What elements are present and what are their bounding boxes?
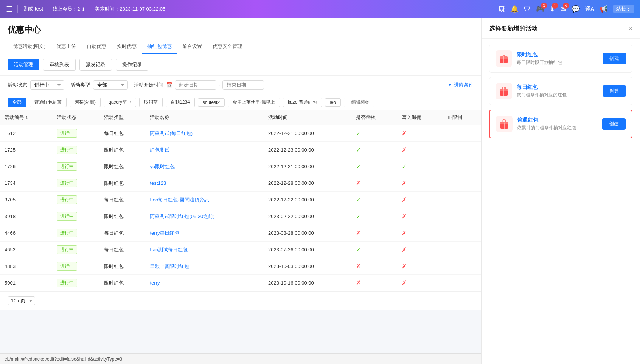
tag-kaze[interactable]: kaze 普通红包 xyxy=(283,98,322,107)
card-desc-putong: 依累计的门槛条件抽对应红包 xyxy=(517,125,598,131)
table-row: 4652 进行中 每日红包 han测试每日红包 2023-07-26 00:00… xyxy=(0,242,481,258)
activity-card-putong[interactable]: 普通红包 依累计的门槛条件抽对应红包 创建 xyxy=(489,110,632,138)
end-date-input[interactable] xyxy=(222,80,264,90)
bell-nav-icon[interactable]: 🔔 xyxy=(510,5,519,13)
panel-header: 选择要新增的活动 × xyxy=(482,18,640,39)
tab-zidong-youhui[interactable]: 自动优惠 xyxy=(81,40,112,54)
distribute-record-button[interactable]: 派发记录 xyxy=(79,59,112,71)
cell-audit: ✗ xyxy=(351,225,398,242)
operation-record-button[interactable]: 操作纪录 xyxy=(116,59,148,71)
col-type: 活动类型 xyxy=(99,110,146,125)
tag-zidong1234[interactable]: 自動1234 xyxy=(166,98,195,107)
tag-shutest2[interactable]: shutest2 xyxy=(198,98,225,107)
tab-chuhongbao-youhui[interactable]: 抽红包优惠 xyxy=(142,40,177,54)
tab-anquan-guanli[interactable]: 优惠安全管理 xyxy=(207,40,247,54)
tag-amouge[interactable]: 阿某(勿删) xyxy=(70,98,101,107)
review-list-button[interactable]: 审核列表 xyxy=(43,59,76,71)
tag-leo[interactable]: leo xyxy=(325,98,341,107)
activity-manage-button[interactable]: 活动管理 xyxy=(8,59,39,70)
panel-body: 限时红包 每日限时段开放抽红包 创建 xyxy=(482,39,640,364)
tag-all[interactable]: 全部 xyxy=(8,98,26,107)
cell-name[interactable]: test123 xyxy=(145,175,264,192)
cell-rebate: ✗ xyxy=(397,275,443,291)
col-time: 活动时间 xyxy=(264,110,351,125)
table-row: 3705 进行中 每日红包 Leo每日红包-醫閩渡頂資訊 2022-12-22 … xyxy=(0,192,481,208)
filter-row: 活动状态 进行中 未开始 已结束 全部 活动类型 全部 限时红包 每日红包 普通… xyxy=(0,76,481,94)
create-meiri-button[interactable]: 创建 xyxy=(603,85,626,97)
activity-card-meiri[interactable]: 每日红包 依门槛条件抽对应的红包 创建 xyxy=(489,77,632,105)
cell-name[interactable]: Leo每日红包-醫閩渡頂資訊 xyxy=(145,192,264,208)
advanced-filter-button[interactable]: ▼ 进阶条件 xyxy=(447,82,474,88)
create-putong-button[interactable]: 创建 xyxy=(602,118,626,130)
speaker-nav-icon[interactable]: 📢 xyxy=(600,5,608,13)
translate-nav-icon[interactable]: 译A xyxy=(585,6,594,12)
chat-nav-icon[interactable]: 💬 xyxy=(572,5,580,13)
cell-ip xyxy=(443,208,481,225)
cell-type: 每日红包 xyxy=(99,225,146,242)
tag-jinli[interactable]: 金里上落使用-儒里上 xyxy=(228,98,280,107)
date-range: 📅 - xyxy=(166,80,264,90)
cell-audit: ✓ xyxy=(351,242,398,258)
tag-quxiaocao[interactable]: 取消草 xyxy=(139,98,163,107)
current-time: 美东时间：2023-11-07 03:22:05 xyxy=(95,6,165,12)
calendar-icon: 📅 xyxy=(166,82,172,88)
cell-status: 进行中 xyxy=(52,208,99,225)
mail-nav-icon[interactable]: ✉ N xyxy=(561,5,566,13)
cell-audit: ✗ xyxy=(351,258,398,275)
time-filter: 活动开始时间 📅 - xyxy=(134,80,264,90)
cell-name[interactable]: 红包测试 xyxy=(145,142,264,158)
online-count: 线上会员：2 ⬇ xyxy=(53,6,85,12)
status-filter-label: 活动状态 xyxy=(8,82,27,88)
photo-nav-icon[interactable]: 🖼 xyxy=(498,5,505,13)
cell-id: 3705 xyxy=(0,192,52,208)
cell-name[interactable]: 里歇上普限时红包 xyxy=(145,258,264,275)
cell-audit: ✗ xyxy=(351,175,398,192)
tab-youhui-tuwhen[interactable]: 优惠活动(图文) xyxy=(8,40,51,54)
cell-name[interactable]: 阿黛测试限时红包(05:30之前) xyxy=(145,208,264,225)
cell-type: 限时红包 xyxy=(99,275,146,291)
activity-table-wrap: 活动编号 ↕ 活动状态 活动类型 活动名称 活动时间 是否稽核 写入退佣 IP限… xyxy=(0,110,481,291)
cell-name[interactable]: terry xyxy=(145,275,264,291)
cell-status: 进行中 xyxy=(52,125,99,142)
page-size-select[interactable]: 10 / 页 20 / 页 50 / 页 xyxy=(8,296,35,305)
start-date-input[interactable] xyxy=(175,80,216,90)
cell-name[interactable]: yu限时红包 xyxy=(145,158,264,175)
toolbar: 活动管理 审核列表 派发记录 操作纪录 xyxy=(0,54,481,76)
tab-qiantai-shezhi[interactable]: 前台设置 xyxy=(177,40,207,54)
col-name: 活动名称 xyxy=(145,110,264,125)
table-row: 1726 进行中 限时红包 yu限时红包 2022-12-21 00:00:00… xyxy=(0,158,481,175)
tab-shishi-youhui[interactable]: 实时优惠 xyxy=(112,40,142,54)
type-filter: 活动类型 全部 限时红包 每日红包 普通红包 xyxy=(70,80,128,90)
cell-type: 每日红包 xyxy=(99,125,146,142)
gamepad-nav-icon[interactable]: 🎮 3 xyxy=(536,5,544,13)
cell-name[interactable]: terry每日红包 xyxy=(145,225,264,242)
cell-time: 2022-12-21 00:00:00 xyxy=(264,125,351,142)
menu-icon[interactable]: ☰ xyxy=(6,5,13,14)
panel-close-button[interactable]: × xyxy=(628,25,632,33)
statusbar-url: eb/main/#/redpacket/edit?edit=false&hall… xyxy=(5,356,122,362)
type-filter-select[interactable]: 全部 限时红包 每日红包 普通红包 xyxy=(93,80,128,90)
cell-type: 每日红包 xyxy=(99,192,146,208)
tag-edit-button[interactable]: +编辑标签 xyxy=(344,98,374,107)
cell-time: 2023-07-26 00:00:00 xyxy=(264,242,351,258)
panel-title: 选择要新增的活动 xyxy=(489,25,537,33)
card-icon-putong xyxy=(496,116,513,132)
download-arrow[interactable]: ⬇ xyxy=(81,6,85,12)
create-xiandshi-button[interactable]: 创建 xyxy=(603,53,626,64)
tag-putong-fengding[interactable]: 普通红包封顶 xyxy=(30,98,67,107)
pagination: 10 / 页 20 / 页 50 / 页 xyxy=(0,291,481,310)
cell-ip xyxy=(443,242,481,258)
cell-audit: ✓ xyxy=(351,208,398,225)
cell-id: 1725 xyxy=(0,142,52,158)
main-layout: 优惠中心 优惠活动(图文) 优惠上传 自动优惠 实时优惠 抽红包优惠 前台设置 … xyxy=(0,18,640,364)
sub-tabs: 优惠活动(图文) 优惠上传 自动优惠 实时优惠 抽红包优惠 前台设置 优惠安全管… xyxy=(8,40,474,54)
tab-youhui-shangchuan[interactable]: 优惠上传 xyxy=(51,40,81,54)
download-nav-icon[interactable]: ⬇ 1 xyxy=(550,5,555,13)
cell-name[interactable]: han测试每日红包 xyxy=(145,242,264,258)
shield-nav-icon[interactable]: 🛡 xyxy=(524,5,531,13)
tag-row: 全部 普通红包封顶 阿某(勿删) qacory简中 取消草 自動1234 shu… xyxy=(0,94,481,110)
cell-name[interactable]: 阿黛测试(每日红包) xyxy=(145,125,264,142)
tag-qacory[interactable]: qacory简中 xyxy=(104,98,136,107)
status-filter-select[interactable]: 进行中 未开始 已结束 全部 xyxy=(30,80,64,90)
activity-card-xiandshi[interactable]: 限时红包 每日限时段开放抽红包 创建 xyxy=(489,45,632,73)
